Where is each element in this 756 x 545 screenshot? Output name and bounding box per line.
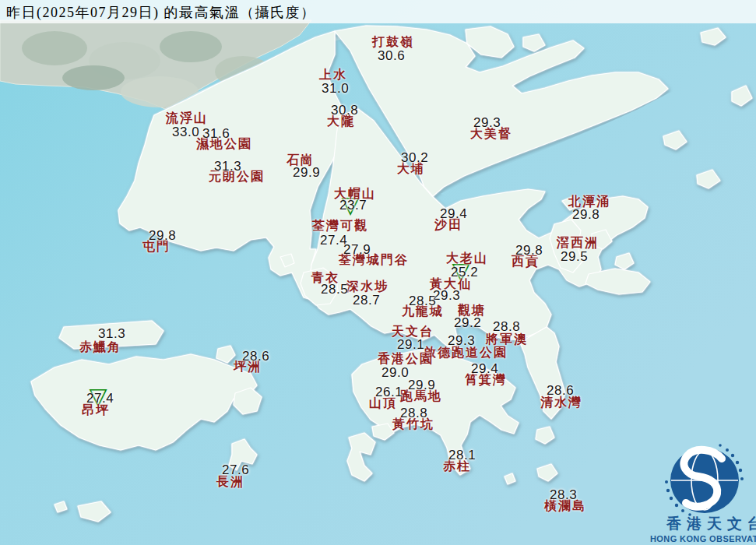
station-temperature: 27.6 xyxy=(222,462,249,478)
station-temperature: 31.6 xyxy=(202,126,230,142)
station-temperature: 29.3 xyxy=(448,333,475,349)
station-temperature: 29.9 xyxy=(408,378,435,393)
weather-map-screenshot: 香港天文台 HONG KONG OBSERVATORY 昨日(2025年07月2… xyxy=(0,0,756,545)
station-temperature: 29.9 xyxy=(293,165,320,181)
station-temperature: 28.6 xyxy=(547,383,574,399)
station-temperature: 28.3 xyxy=(550,487,577,503)
station-temperature: 29.8 xyxy=(149,228,176,244)
station-temperature: 27.4 xyxy=(86,391,114,406)
station-temperature: 28.1 xyxy=(448,448,476,463)
station-temperature: 28.8 xyxy=(400,406,427,421)
station-temperature: 26.1 xyxy=(375,385,403,400)
station-temperature: 28.6 xyxy=(242,349,269,364)
station-temperature: 28.7 xyxy=(353,293,380,308)
station-temperature: 33.0 xyxy=(172,125,199,140)
station-temperature: 29.3 xyxy=(473,115,501,131)
station-temperature: 31.3 xyxy=(98,326,125,342)
station-temperature: 31.0 xyxy=(322,81,349,97)
station-temperature: 29.8 xyxy=(572,207,600,223)
station-temperature: 30.6 xyxy=(378,48,405,64)
station-temperature: 25.2 xyxy=(451,265,478,280)
station-temperature: 30.8 xyxy=(331,103,358,118)
station-temperature: 23.7 xyxy=(339,198,367,213)
station-temperature: 29.4 xyxy=(471,361,498,377)
station-name: 赤鱲角 xyxy=(79,339,121,356)
station-temperature: 28.5 xyxy=(409,294,436,309)
station-temperature: 29.4 xyxy=(440,206,467,222)
station-temperature: 29.3 xyxy=(433,288,460,304)
station-temperature: 29.0 xyxy=(382,365,409,381)
station-temperature: 31.3 xyxy=(214,159,241,174)
station-labels-layer: 30.6打鼓嶺31.0上水30.8大隴33.0流浮山31.6濕地公園31.3元朗… xyxy=(0,0,756,545)
station-temperature: 29.2 xyxy=(454,315,481,331)
station-temperature: 27.9 xyxy=(343,242,371,258)
station-temperature: 28.5 xyxy=(321,282,348,297)
station-name: 荃灣可觀 xyxy=(312,218,368,234)
station-temperature: 30.2 xyxy=(401,150,428,166)
station-temperature: 28.8 xyxy=(493,319,520,335)
station-temperature: 29.8 xyxy=(515,243,543,258)
station-temperature: 29.1 xyxy=(397,337,424,353)
station-temperature: 29.5 xyxy=(561,249,588,265)
